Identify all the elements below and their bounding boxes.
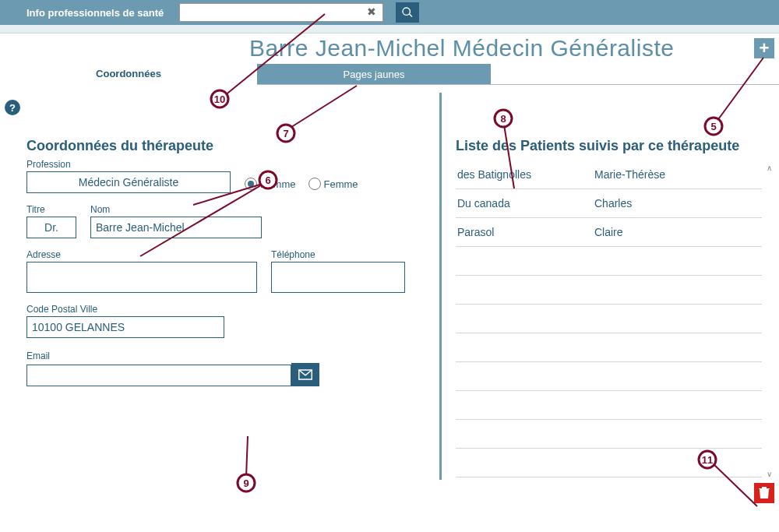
patient-firstname: Claire (594, 226, 762, 238)
patient-firstname: Charles (594, 197, 762, 210)
table-row[interactable]: des BatignollesMarie-Thérèse (456, 160, 762, 189)
patient-list: des BatignollesMarie-ThérèseDu canadaCha… (456, 160, 773, 480)
table-row[interactable]: Du canadaCharles (456, 189, 762, 218)
search-input[interactable] (179, 3, 383, 22)
title-row: Barre Jean-Michel Médecin Généraliste + (0, 33, 779, 62)
search-wrap: ✖ (179, 3, 383, 22)
codepostal-label: Code Postal Ville (26, 304, 224, 315)
page-title: Barre Jean-Michel Médecin Généraliste (249, 35, 674, 62)
table-row (456, 305, 762, 333)
table-row (456, 247, 762, 276)
clear-icon: ✖ (367, 5, 376, 18)
search-button[interactable] (396, 2, 419, 23)
telephone-input[interactable] (271, 262, 405, 293)
nom-label: Nom (90, 204, 262, 215)
patient-lastname: Du canada (456, 197, 594, 210)
titre-input[interactable] (26, 217, 76, 238)
radio-checked-icon (245, 178, 257, 190)
scroll-up-icon[interactable]: ∧ (767, 164, 772, 172)
add-button[interactable]: + (754, 38, 774, 58)
envelope-icon (298, 369, 312, 380)
email-label: Email (26, 351, 432, 361)
patients-section-title: Liste des Patients suivis par ce thérape… (456, 138, 773, 154)
profession-input[interactable] (26, 171, 231, 193)
thin-bar (0, 25, 779, 33)
profession-label: Profession (26, 159, 231, 170)
gender-female-label: Femme (324, 178, 358, 190)
scroll-down-icon[interactable]: ∨ (767, 470, 772, 478)
patient-list-body: des BatignollesMarie-ThérèseDu canadaCha… (456, 160, 773, 480)
search-icon (401, 6, 414, 19)
main: Coordonnées du thérapeute Profession Hom… (0, 93, 779, 480)
table-row (456, 362, 762, 391)
email-input[interactable] (26, 365, 291, 386)
clear-search-button[interactable]: ✖ (365, 5, 379, 19)
titre-label: Titre (26, 204, 76, 215)
adresse-input[interactable] (26, 262, 257, 293)
radio-unchecked-icon (308, 178, 321, 190)
trash-icon (759, 487, 770, 499)
table-row (456, 391, 762, 420)
table-row (456, 276, 762, 305)
gender-group: Homme Femme (245, 178, 358, 190)
scrollbar[interactable]: ∧ ∨ (763, 164, 774, 478)
gender-female-option[interactable]: Femme (308, 178, 358, 190)
table-row (456, 333, 762, 362)
table-row (456, 420, 762, 449)
plus-icon: + (760, 40, 770, 57)
patient-lastname: Parasol (456, 226, 594, 238)
help-button[interactable]: ? (5, 100, 20, 115)
codepostal-input[interactable] (26, 316, 224, 338)
tab-coordonnees[interactable]: Coordonnées (0, 63, 257, 85)
table-row (456, 449, 762, 477)
top-bar: Info professionnels de santé ✖ (0, 0, 779, 25)
left-column: Coordonnées du thérapeute Profession Hom… (26, 93, 439, 480)
patient-firstname: Marie-Thérèse (594, 168, 762, 181)
send-email-button[interactable] (291, 363, 319, 386)
table-row[interactable]: ParasolClaire (456, 218, 762, 247)
brand-label: Info professionnels de santé (26, 7, 164, 19)
patient-lastname: des Batignolles (456, 168, 594, 181)
tab-pages-jaunes[interactable]: Pages jaunes (257, 64, 491, 84)
delete-button[interactable] (754, 483, 774, 503)
gender-male-label: Homme (260, 178, 296, 190)
gender-male-option[interactable]: Homme (245, 178, 296, 190)
right-column: Liste des Patients suivis par ce thérape… (439, 93, 773, 480)
nom-input[interactable] (90, 217, 262, 238)
tabs: Coordonnées Pages jaunes (0, 63, 779, 85)
therapist-section-title: Coordonnées du thérapeute (26, 138, 432, 154)
adresse-label: Adresse (26, 249, 257, 260)
help-icon: ? (9, 102, 16, 114)
telephone-label: Téléphone (271, 249, 405, 260)
